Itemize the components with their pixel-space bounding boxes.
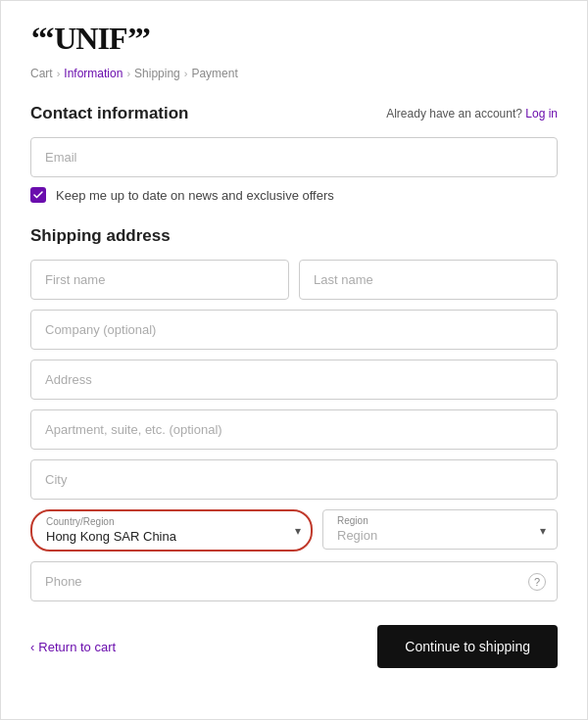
newsletter-checkbox-row: Keep me up to date on news and exclusive… bbox=[30, 187, 558, 203]
email-input[interactable] bbox=[30, 137, 558, 177]
return-to-cart-link[interactable]: ‹ Return to cart bbox=[30, 640, 116, 654]
phone-help-icon[interactable]: ? bbox=[528, 573, 546, 591]
company-input[interactable] bbox=[30, 310, 558, 350]
phone-row: ? bbox=[30, 561, 558, 601]
phone-input[interactable] bbox=[30, 561, 558, 601]
breadcrumb-cart[interactable]: Cart bbox=[30, 67, 53, 80]
country-select-wrapper: Country/Region Hong Kong SAR China ▾ bbox=[30, 509, 313, 552]
breadcrumb-payment[interactable]: Payment bbox=[191, 67, 237, 80]
newsletter-checkbox[interactable] bbox=[30, 187, 46, 203]
apartment-input[interactable] bbox=[30, 409, 558, 450]
last-name-input[interactable] bbox=[299, 260, 558, 300]
breadcrumb-sep-3: › bbox=[184, 68, 188, 79]
logo-text: ‘‘‘UNIF’’’ bbox=[30, 21, 151, 56]
logo: ‘‘‘UNIF’’’ bbox=[30, 21, 558, 57]
newsletter-label: Keep me up to date on news and exclusive… bbox=[56, 188, 334, 203]
breadcrumb-sep-2: › bbox=[126, 68, 130, 79]
region-select-wrapper: Region Region ▾ bbox=[322, 509, 558, 552]
breadcrumb-shipping[interactable]: Shipping bbox=[134, 67, 180, 80]
region-value: Region bbox=[337, 528, 377, 543]
contact-section-header: Contact information Already have an acco… bbox=[30, 104, 558, 123]
chevron-left-icon: ‹ bbox=[30, 640, 34, 654]
breadcrumb: Cart › Information › Shipping › Payment bbox=[30, 67, 558, 80]
country-select[interactable]: Country/Region Hong Kong SAR China bbox=[30, 509, 313, 552]
shipping-section-title: Shipping address bbox=[30, 226, 558, 246]
login-prompt: Already have an account? Log in bbox=[386, 107, 558, 120]
country-value: Hong Kong SAR China bbox=[46, 529, 176, 544]
name-row bbox=[30, 260, 558, 300]
country-label: Country/Region bbox=[46, 516, 275, 527]
breadcrumb-sep-1: › bbox=[57, 68, 61, 79]
address-input[interactable] bbox=[30, 360, 558, 400]
contact-section-title: Contact information bbox=[30, 104, 189, 123]
breadcrumb-information[interactable]: Information bbox=[64, 67, 122, 80]
continue-button[interactable]: Continue to shipping bbox=[377, 625, 558, 668]
country-region-row: Country/Region Hong Kong SAR China ▾ Reg… bbox=[30, 509, 558, 552]
region-label: Region bbox=[337, 515, 521, 526]
footer-row: ‹ Return to cart Continue to shipping bbox=[30, 625, 558, 668]
first-name-input[interactable] bbox=[30, 260, 289, 300]
return-label: Return to cart bbox=[38, 640, 116, 654]
login-link[interactable]: Log in bbox=[525, 107, 558, 120]
city-input[interactable] bbox=[30, 459, 558, 500]
region-select[interactable]: Region Region bbox=[322, 509, 558, 550]
